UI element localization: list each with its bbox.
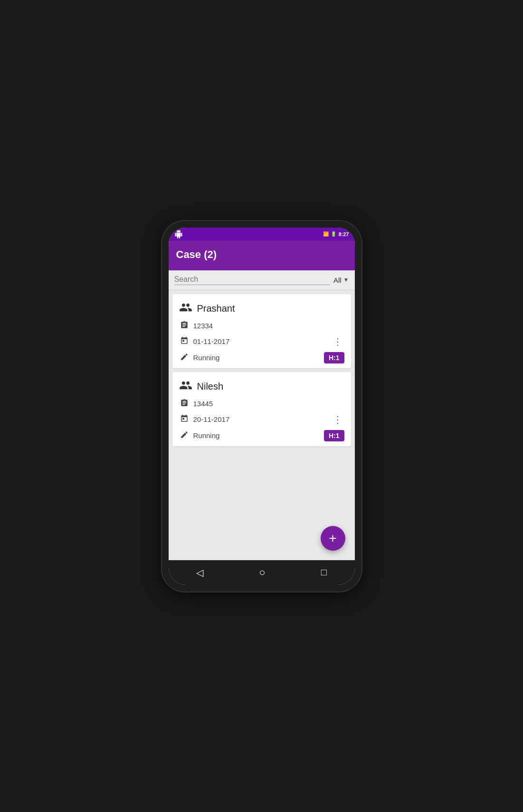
case-date-row-2: 20-11-2017 ⋮ xyxy=(179,412,344,427)
case-name-1: Prashant xyxy=(197,303,235,314)
case-number-row-2: 13445 xyxy=(179,399,344,409)
search-input-wrap[interactable] xyxy=(174,275,330,285)
battery-indicator: 🔋 xyxy=(331,231,336,237)
status-bar-left xyxy=(174,230,183,239)
home-icon: ○ xyxy=(259,566,265,579)
android-icon xyxy=(174,230,183,239)
phone-device: 📶 🔋 8:27 Case (2) All ▼ xyxy=(162,221,361,592)
app-title: Case (2) xyxy=(176,248,217,260)
back-button[interactable]: ◁ xyxy=(192,563,207,582)
case-number-2: 13445 xyxy=(193,400,213,408)
status-time: 8:27 xyxy=(338,231,349,237)
app-bar: Case (2) xyxy=(169,241,355,270)
more-options-icon-2[interactable]: ⋮ xyxy=(331,412,344,427)
pencil-icon-2 xyxy=(179,430,190,441)
case-card-2[interactable]: Nilesh 13445 xyxy=(172,372,351,446)
home-button[interactable]: ○ xyxy=(255,563,269,583)
status-bar: 📶 🔋 8:27 xyxy=(169,228,355,241)
calendar-icon-1 xyxy=(179,336,190,347)
phone-screen: 📶 🔋 8:27 Case (2) All ▼ xyxy=(169,228,355,585)
status-left-1: Running xyxy=(179,353,220,363)
plus-icon: + xyxy=(329,531,336,546)
person-icon-1 xyxy=(179,301,192,317)
status-left-2: Running xyxy=(179,430,220,441)
person-icon-2 xyxy=(179,379,192,395)
content-area: Prashant 12334 xyxy=(169,290,355,560)
case-date-row-1: 01-11-2017 ⋮ xyxy=(179,334,344,349)
case-number-1: 12334 xyxy=(193,322,213,330)
case-status-1: Running xyxy=(193,353,220,362)
case-number-row-1: 12334 xyxy=(179,321,344,331)
filter-dropdown[interactable]: All ▼ xyxy=(333,276,349,284)
case-card-1[interactable]: Prashant 12334 xyxy=(172,294,351,368)
case-status-2: Running xyxy=(193,431,220,439)
recent-apps-button[interactable]: □ xyxy=(317,563,331,582)
search-bar: All ▼ xyxy=(169,270,355,290)
case-status-row-2: Running H:1 xyxy=(179,430,344,441)
bottom-nav: ◁ ○ □ xyxy=(169,560,355,585)
pencil-icon-1 xyxy=(179,353,190,363)
case-status-row-1: Running H:1 xyxy=(179,352,344,363)
case-badge-2: H:1 xyxy=(324,430,344,441)
case-name-2: Nilesh xyxy=(197,381,224,392)
calendar-icon-2 xyxy=(179,414,190,425)
date-left-2: 20-11-2017 xyxy=(179,414,230,425)
case-header-1: Prashant xyxy=(179,301,344,317)
case-badge-1: H:1 xyxy=(324,352,344,363)
add-case-fab[interactable]: + xyxy=(321,526,345,551)
search-input[interactable] xyxy=(174,275,330,285)
chevron-down-icon: ▼ xyxy=(343,277,349,283)
clipboard-icon-2 xyxy=(179,399,190,409)
signal-indicator: 📶 xyxy=(323,231,329,237)
back-icon: ◁ xyxy=(196,567,203,578)
clipboard-icon-1 xyxy=(179,321,190,331)
date-left-1: 01-11-2017 xyxy=(179,336,230,347)
case-date-1: 01-11-2017 xyxy=(193,337,230,345)
more-options-icon-1[interactable]: ⋮ xyxy=(331,334,344,349)
case-date-2: 20-11-2017 xyxy=(193,415,230,423)
case-header-2: Nilesh xyxy=(179,379,344,395)
filter-label: All xyxy=(333,276,342,284)
recent-icon: □ xyxy=(321,567,327,578)
status-bar-right: 📶 🔋 8:27 xyxy=(323,231,349,237)
